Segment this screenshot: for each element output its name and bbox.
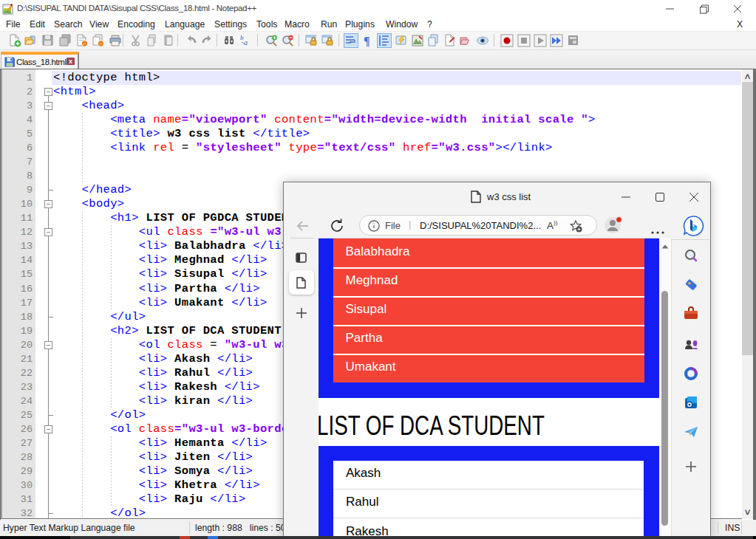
svg-text:a: a	[244, 38, 248, 47]
svg-text:−: −	[99, 41, 103, 47]
svg-text:¶: ¶	[364, 35, 370, 47]
svg-text:−: −	[83, 41, 86, 47]
